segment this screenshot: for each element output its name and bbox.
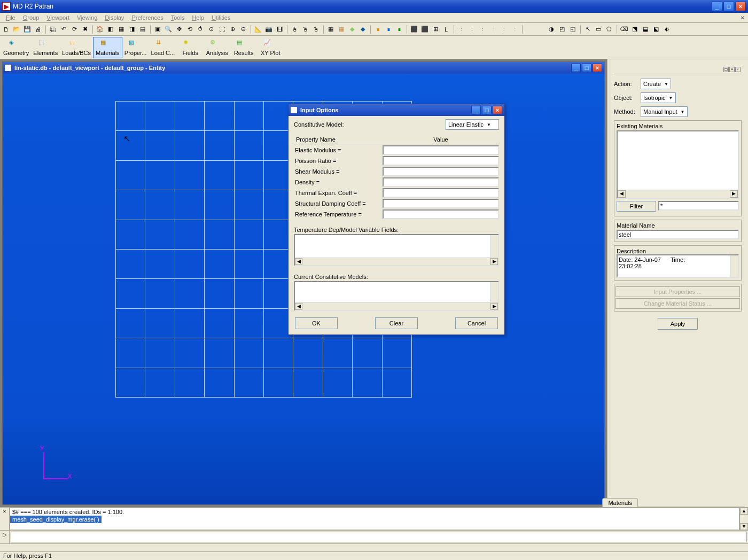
constitutive-model-dropdown[interactable]: Linear Elastic▼ bbox=[446, 119, 499, 130]
zoom-out-icon[interactable]: ⊖ bbox=[238, 25, 248, 34]
mouse-rotate-icon[interactable]: 🖱 bbox=[290, 25, 299, 34]
shear-modulus-input[interactable] bbox=[383, 167, 499, 176]
home-icon[interactable]: 🏠 bbox=[95, 25, 105, 34]
results-app-button[interactable]: ▤Results bbox=[230, 37, 257, 58]
viewport-minimize-button[interactable]: _ bbox=[571, 64, 581, 72]
scrollbar-vertical[interactable] bbox=[730, 255, 738, 277]
show-pt-icon[interactable]: ⋮ bbox=[456, 25, 466, 34]
dialog-minimize-button[interactable]: _ bbox=[471, 106, 481, 114]
fit-icon[interactable]: ▣ bbox=[153, 25, 162, 34]
menu-preferences[interactable]: Preferences bbox=[128, 13, 167, 22]
model-tree-icon[interactable]: ⬖ bbox=[662, 25, 672, 34]
xyplot-app-button[interactable]: 📈XY Plot bbox=[257, 37, 284, 58]
refresh-icon[interactable]: ⟳ bbox=[69, 25, 79, 34]
material-name-input[interactable] bbox=[617, 230, 739, 239]
menu-tools[interactable]: Tools bbox=[167, 13, 189, 22]
scrollbar-horizontal[interactable]: ◀▶ bbox=[295, 302, 498, 310]
dialog-maximize-button[interactable]: □ bbox=[482, 106, 492, 114]
show-all-icon[interactable]: ⋮ bbox=[510, 25, 519, 34]
show-ncf-icon[interactable]: ⋮ bbox=[499, 25, 509, 34]
filter-button[interactable]: Filter bbox=[617, 201, 656, 212]
group-transform-icon[interactable]: ⬔ bbox=[630, 25, 640, 34]
materials-app-button[interactable]: ▦Materials bbox=[93, 37, 122, 58]
action-dropdown[interactable]: Create▼ bbox=[641, 79, 671, 89]
plot-erase-icon[interactable]: ⬛ bbox=[409, 25, 419, 34]
density-input[interactable] bbox=[383, 177, 499, 187]
show-crv-icon[interactable]: ⋮ bbox=[467, 25, 477, 34]
zoom-icon[interactable]: 🔍 bbox=[163, 25, 173, 34]
view-angles-icon[interactable]: 📐 bbox=[253, 25, 263, 34]
open-file-icon[interactable]: 📂 bbox=[12, 25, 21, 34]
loadsbcs-app-button[interactable]: ↓↓Loads/BCs bbox=[60, 37, 93, 58]
fields-app-button[interactable]: ✹Fields bbox=[177, 37, 204, 58]
select-rect-icon[interactable]: ▭ bbox=[594, 25, 603, 34]
history-list[interactable]: $# === 100 elements created. IDs = 1:100… bbox=[10, 508, 739, 530]
menu-group[interactable]: Group bbox=[19, 13, 43, 22]
cancel-button[interactable]: Cancel bbox=[455, 317, 498, 329]
ok-button[interactable]: OK bbox=[295, 317, 338, 329]
dialog-close-button[interactable]: × bbox=[493, 106, 502, 114]
scrollbar-vertical[interactable]: ▲▼ bbox=[739, 508, 748, 530]
select-poly-icon[interactable]: ⬠ bbox=[604, 25, 614, 34]
surface-label-icon[interactable]: ∎ bbox=[394, 25, 404, 34]
scrollbar-vertical[interactable] bbox=[490, 235, 498, 258]
scrollbar-horizontal[interactable]: ◀▶ bbox=[295, 258, 498, 265]
eraser-icon[interactable]: ⌫ bbox=[619, 25, 629, 34]
menu-mdi-close-icon[interactable]: × bbox=[737, 13, 748, 22]
menu-file[interactable]: File bbox=[2, 13, 19, 22]
description-textarea[interactable]: Date: 24-Jun-07 Time: 23:02:28 bbox=[617, 254, 739, 278]
poisson-ratio-input[interactable] bbox=[383, 156, 499, 166]
abort-icon[interactable]: ✖ bbox=[80, 25, 90, 34]
mouse-zoom-icon[interactable]: 🖱 bbox=[311, 25, 321, 34]
menu-display[interactable]: Display bbox=[101, 13, 128, 22]
panel-close-x-icon[interactable]: × bbox=[729, 67, 735, 72]
quick-plot-icon[interactable]: ⬕ bbox=[651, 25, 661, 34]
tab-materials[interactable]: Materials bbox=[602, 498, 638, 507]
smooth-shaded-icon[interactable]: ◆ bbox=[358, 25, 368, 34]
object-dropdown[interactable]: Isotropic▼ bbox=[641, 92, 676, 103]
cycle-pick-icon[interactable]: ◑ bbox=[547, 25, 556, 34]
window-close-button[interactable]: × bbox=[735, 2, 746, 11]
existing-materials-listbox[interactable]: ◀▶ bbox=[617, 130, 739, 199]
geometry-app-button[interactable]: ◈Geometry bbox=[1, 37, 31, 58]
viewport-maximize-button[interactable]: □ bbox=[582, 64, 591, 72]
curve-label-icon[interactable]: ∎ bbox=[384, 25, 393, 34]
wireframe-icon[interactable]: ▦ bbox=[326, 25, 336, 34]
zoom-in-icon[interactable]: ⊕ bbox=[228, 25, 237, 34]
panel-opt-icon[interactable]: ‹ bbox=[735, 67, 741, 72]
save-file-icon[interactable]: 💾 bbox=[22, 25, 32, 34]
select-point-icon[interactable]: ↖ bbox=[583, 25, 593, 34]
thermal-expan-input[interactable] bbox=[383, 188, 499, 198]
menu-help[interactable]: Help bbox=[188, 13, 208, 22]
panel-pin-icon[interactable]: ▭ bbox=[723, 67, 729, 72]
elements-app-button[interactable]: ⬚Elements bbox=[31, 37, 60, 58]
scrollbar-horizontal[interactable]: ◀▶ bbox=[618, 190, 738, 198]
copy-icon[interactable]: ⿻ bbox=[48, 25, 58, 34]
analysis-app-button[interactable]: ⚙Analysis bbox=[204, 37, 230, 58]
new-file-icon[interactable]: 🗋 bbox=[1, 25, 11, 34]
show-surf-icon[interactable]: ⋮ bbox=[478, 25, 487, 34]
properties-app-button[interactable]: ▧Proper... bbox=[122, 37, 149, 58]
menu-viewport[interactable]: Viewport bbox=[43, 13, 73, 22]
mouse-pan-icon[interactable]: 🖱 bbox=[300, 25, 310, 34]
undo-icon[interactable]: ↶ bbox=[59, 25, 68, 34]
entity-display-icon[interactable]: ⬓ bbox=[641, 25, 650, 34]
reference-temp-input[interactable] bbox=[383, 209, 499, 219]
viewport-canvas[interactable]: /* grid generated below */ Y X Input Opt… bbox=[3, 74, 604, 504]
menu-utilities[interactable]: Utilities bbox=[208, 13, 234, 22]
view-select-icon[interactable]: 🎞 bbox=[275, 25, 284, 34]
clear-button[interactable]: Clear bbox=[375, 317, 418, 329]
spin-icon[interactable]: ⥀ bbox=[196, 25, 205, 34]
pick-visible-icon[interactable]: ◰ bbox=[557, 25, 567, 34]
iso-view-icon[interactable]: ◧ bbox=[106, 25, 115, 34]
menu-viewing[interactable]: Viewing bbox=[73, 13, 101, 22]
scrollbar-vertical[interactable] bbox=[490, 282, 498, 302]
hiddenline-icon[interactable]: ▦ bbox=[337, 25, 346, 34]
current-models-listbox[interactable]: ◀▶ bbox=[294, 281, 499, 311]
pick-preselect-icon[interactable]: ◱ bbox=[568, 25, 578, 34]
label-control-icon[interactable]: L bbox=[441, 25, 451, 34]
structural-damping-input[interactable] bbox=[383, 199, 499, 208]
method-dropdown[interactable]: Manual Input▼ bbox=[641, 106, 688, 117]
window-minimize-button[interactable]: _ bbox=[712, 2, 722, 11]
show-sol-icon[interactable]: ⋮ bbox=[488, 25, 498, 34]
